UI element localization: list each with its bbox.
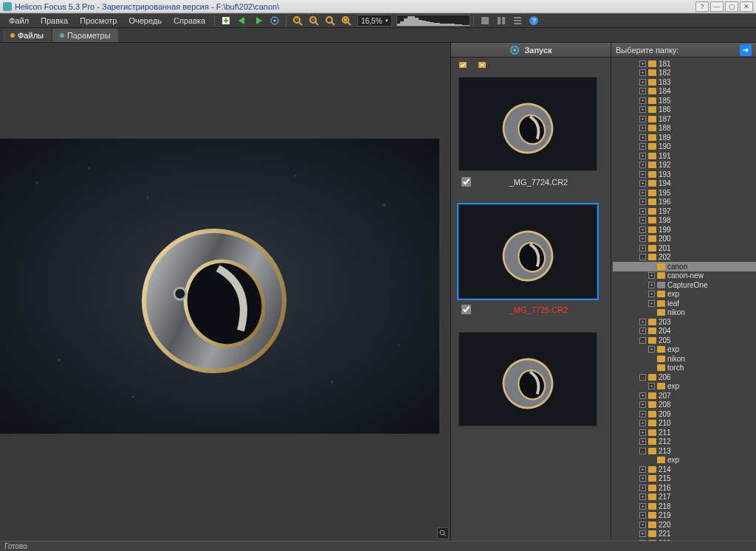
launch-button[interactable]: Запуск	[451, 43, 611, 58]
thumb-item[interactable]: _MG_7725.CR2	[458, 204, 603, 326]
tree-expander[interactable]: -	[639, 374, 646, 381]
folder-row[interactable]: +exp	[613, 345, 756, 355]
tree-expander[interactable]: +	[639, 328, 646, 334]
folder-tree[interactable]: +181+182+183+184+185+186+187+188+189+190…	[611, 58, 756, 541]
tree-expander[interactable]: +	[639, 198, 646, 205]
folder-row[interactable]: +218	[613, 502, 756, 511]
zoom-out-button[interactable]	[307, 14, 320, 27]
tree-expander[interactable]: -	[639, 448, 646, 454]
tree-expander[interactable]: +	[639, 319, 646, 325]
window-minimize-button[interactable]: —	[710, 1, 724, 12]
tree-expander[interactable]: +	[639, 162, 646, 168]
thumb-image[interactable]	[458, 204, 597, 299]
tree-expander[interactable]: +	[639, 485, 646, 491]
menu-item-1[interactable]: Правка	[35, 15, 74, 27]
folder-row[interactable]: +215	[613, 474, 756, 484]
layout-single-button[interactable]	[478, 14, 492, 27]
tree-expander[interactable]: +	[639, 116, 646, 122]
tree-expander[interactable]: +	[639, 180, 646, 187]
folder-row[interactable]: +208	[613, 401, 756, 410]
tree-expander[interactable]: +	[639, 420, 646, 426]
deselect-button[interactable]	[476, 59, 489, 72]
thumb-item[interactable]: _MG_7724.CR2	[458, 77, 603, 198]
folder-row[interactable]: +195	[613, 188, 756, 198]
folder-row[interactable]: +207	[613, 391, 756, 401]
tree-expander[interactable]: +	[639, 143, 646, 150]
folder-row[interactable]: +exp	[613, 290, 756, 299]
folder-row[interactable]: +192	[613, 161, 756, 170]
prev-button[interactable]	[236, 14, 249, 27]
folder-row[interactable]: +221	[613, 530, 756, 539]
folder-row[interactable]: +210	[613, 419, 756, 429]
tree-expander[interactable]: +	[639, 153, 646, 159]
help-button[interactable]: ?	[527, 14, 540, 27]
tree-expander[interactable]: +	[648, 291, 655, 297]
thumbnail-list[interactable]: _MG_7724.CR2 _MG_7725.CR2	[451, 74, 611, 541]
folder-row[interactable]: nikon	[613, 308, 756, 318]
zoom-in-button[interactable]: +	[291, 14, 304, 27]
tree-expander[interactable]: +	[639, 411, 646, 417]
tree-expander[interactable]: -	[639, 337, 646, 344]
tree-expander[interactable]: +	[648, 346, 655, 353]
folder-row[interactable]: +199	[613, 225, 756, 235]
folder-row[interactable]: +222	[613, 538, 756, 541]
tree-expander[interactable]: +	[639, 475, 646, 482]
tree-expander[interactable]: +	[639, 530, 646, 537]
folder-row[interactable]: +197	[613, 207, 756, 216]
menu-item-4[interactable]: Справка	[168, 15, 211, 27]
main-viewer[interactable]	[0, 43, 450, 541]
window-close-button[interactable]: ✕	[740, 1, 753, 12]
tree-expander[interactable]: -	[639, 254, 646, 260]
thumb-checkbox[interactable]	[461, 305, 471, 314]
folder-row[interactable]: +182	[613, 69, 756, 78]
folder-row[interactable]: +219	[613, 511, 756, 521]
layout-split-button[interactable]	[495, 14, 508, 27]
menu-item-0[interactable]: Файл	[3, 15, 35, 27]
zoom-value[interactable]: 16,5%▾	[357, 15, 391, 27]
tree-expander[interactable]: +	[639, 466, 646, 473]
folder-row[interactable]: +183	[613, 77, 756, 87]
folder-row[interactable]: +196	[613, 198, 756, 207]
folder-row[interactable]: +212	[613, 437, 756, 447]
folder-row[interactable]: -206	[613, 372, 756, 382]
folder-row[interactable]: +211	[613, 428, 756, 437]
tree-expander[interactable]: +	[639, 79, 646, 86]
tree-expander[interactable]: +	[639, 512, 646, 519]
zoom-loupe-icon[interactable]	[437, 527, 449, 539]
tree-expander[interactable]: +	[639, 97, 646, 104]
folder-row[interactable]: +canon-new	[613, 271, 756, 281]
tree-expander[interactable]: +	[639, 235, 646, 242]
folder-row[interactable]: +191	[613, 151, 756, 161]
window-maximize-button[interactable]: ▢	[725, 1, 738, 12]
tree-expander[interactable]: +	[639, 401, 646, 408]
folder-row[interactable]: +193	[613, 170, 756, 179]
folder-row[interactable]: nikon	[613, 354, 756, 364]
new-button[interactable]	[219, 14, 233, 27]
thumb-image[interactable]	[458, 77, 597, 171]
folder-row[interactable]: +186	[613, 105, 756, 115]
tree-expander[interactable]: +	[639, 125, 646, 131]
tree-expander[interactable]: +	[648, 300, 655, 307]
layout-list-button[interactable]	[511, 14, 524, 27]
tree-expander[interactable]: +	[648, 383, 655, 389]
folder-row[interactable]: +214	[613, 465, 756, 474]
tree-expander[interactable]: +	[639, 392, 646, 399]
tree-expander[interactable]: +	[639, 429, 646, 436]
tab-params[interactable]: Параметры	[52, 29, 118, 42]
folder-row[interactable]: +200	[613, 235, 756, 244]
folder-row[interactable]: +leaf	[613, 299, 756, 308]
folder-row[interactable]: +CaptureOne	[613, 280, 756, 290]
folder-row[interactable]: exp	[613, 456, 756, 465]
folder-row[interactable]: +181	[613, 59, 756, 69]
folder-row[interactable]: -202	[613, 253, 756, 263]
window-help-button[interactable]: ?	[695, 1, 709, 12]
tree-expander[interactable]: +	[639, 540, 646, 541]
tree-expander[interactable]: +	[639, 134, 646, 141]
tree-expander[interactable]: +	[648, 272, 655, 279]
tree-expander[interactable]: +	[639, 88, 646, 94]
next-button[interactable]	[252, 14, 265, 27]
folder-row[interactable]: +187	[613, 114, 756, 124]
folder-row[interactable]: canon	[613, 262, 756, 271]
folder-row[interactable]: -205	[613, 336, 756, 345]
zoom-100-button[interactable]	[340, 14, 353, 27]
